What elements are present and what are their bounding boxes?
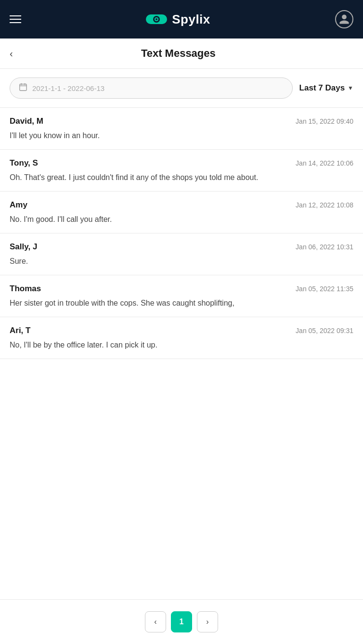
contact-name: David, M bbox=[10, 116, 43, 126]
message-time: Jan 05, 2022 11:35 bbox=[296, 285, 353, 293]
spylix-logo-icon bbox=[146, 13, 167, 26]
message-list: David, M Jan 15, 2022 09:40 I'll let you… bbox=[0, 108, 363, 599]
contact-name: Ari, T bbox=[10, 326, 30, 335]
svg-point-3 bbox=[156, 18, 157, 20]
date-range-value: 2021-1-1 - 2022-06-13 bbox=[32, 84, 104, 92]
page-content: ‹ Text Messages 2021-1-1 - 2022-06-13 La… bbox=[0, 39, 363, 644]
calendar-icon bbox=[19, 83, 27, 93]
page-sub-header: ‹ Text Messages bbox=[0, 39, 363, 69]
message-preview: Sure. bbox=[10, 256, 353, 267]
next-page-button[interactable]: › bbox=[197, 611, 218, 632]
svg-rect-4 bbox=[20, 84, 26, 91]
message-header-row: Tony, S Jan 14, 2022 10:06 bbox=[10, 158, 353, 168]
message-preview: No, I'll be by the office later. I can p… bbox=[10, 339, 353, 351]
message-header-row: Thomas Jan 05, 2022 11:35 bbox=[10, 284, 353, 294]
message-item[interactable]: Tony, S Jan 14, 2022 10:06 Oh. That's gr… bbox=[0, 150, 363, 192]
message-header-row: Sally, J Jan 06, 2022 10:31 bbox=[10, 242, 353, 252]
days-filter-dropdown[interactable]: Last 7 Days ▼ bbox=[299, 83, 353, 93]
message-item[interactable]: Ari, T Jan 05, 2022 09:31 No, I'll be by… bbox=[0, 317, 363, 359]
contact-name: Amy bbox=[10, 200, 27, 210]
message-item[interactable]: Thomas Jan 05, 2022 11:35 Her sister got… bbox=[0, 275, 363, 317]
user-avatar-button[interactable] bbox=[335, 10, 353, 28]
prev-page-button[interactable]: ‹ bbox=[145, 611, 166, 632]
message-preview: No. I'm good. I'll call you after. bbox=[10, 214, 353, 225]
message-header-row: Amy Jan 12, 2022 10:08 bbox=[10, 200, 353, 210]
message-time: Jan 05, 2022 09:31 bbox=[296, 327, 353, 335]
app-logo: Spylix bbox=[146, 12, 210, 27]
message-time: Jan 06, 2022 10:31 bbox=[296, 243, 353, 251]
message-time: Jan 15, 2022 09:40 bbox=[296, 117, 353, 125]
message-preview: Her sister got in trouble with the cops.… bbox=[10, 297, 353, 309]
logo-text: Spylix bbox=[172, 12, 210, 27]
contact-name: Tony, S bbox=[10, 158, 38, 168]
message-item[interactable]: Amy Jan 12, 2022 10:08 No. I'm good. I'l… bbox=[0, 192, 363, 233]
contact-name: Sally, J bbox=[10, 242, 37, 252]
pagination: ‹ 1 › bbox=[0, 599, 363, 644]
days-filter-label: Last 7 Days bbox=[299, 83, 345, 93]
message-preview: Oh. That's great. I just couldn't find i… bbox=[10, 172, 353, 183]
contact-name: Thomas bbox=[10, 284, 41, 294]
app-header: Spylix bbox=[0, 0, 363, 39]
message-header-row: Ari, T Jan 05, 2022 09:31 bbox=[10, 326, 353, 335]
page-title: Text Messages bbox=[19, 47, 338, 60]
back-button[interactable]: ‹ bbox=[10, 48, 13, 59]
message-preview: I'll let you know in an hour. bbox=[10, 130, 353, 142]
message-item[interactable]: Sally, J Jan 06, 2022 10:31 Sure. bbox=[0, 233, 363, 275]
message-item[interactable]: David, M Jan 15, 2022 09:40 I'll let you… bbox=[0, 108, 363, 150]
message-time: Jan 14, 2022 10:06 bbox=[296, 159, 353, 167]
menu-button[interactable] bbox=[10, 15, 21, 23]
date-range-picker[interactable]: 2021-1-1 - 2022-06-13 bbox=[10, 77, 293, 99]
filter-bar: 2021-1-1 - 2022-06-13 Last 7 Days ▼ bbox=[0, 69, 363, 108]
message-time: Jan 12, 2022 10:08 bbox=[296, 201, 353, 209]
chevron-down-icon: ▼ bbox=[348, 85, 353, 91]
user-icon bbox=[338, 13, 350, 25]
message-header-row: David, M Jan 15, 2022 09:40 bbox=[10, 116, 353, 126]
current-page-button[interactable]: 1 bbox=[171, 611, 192, 632]
